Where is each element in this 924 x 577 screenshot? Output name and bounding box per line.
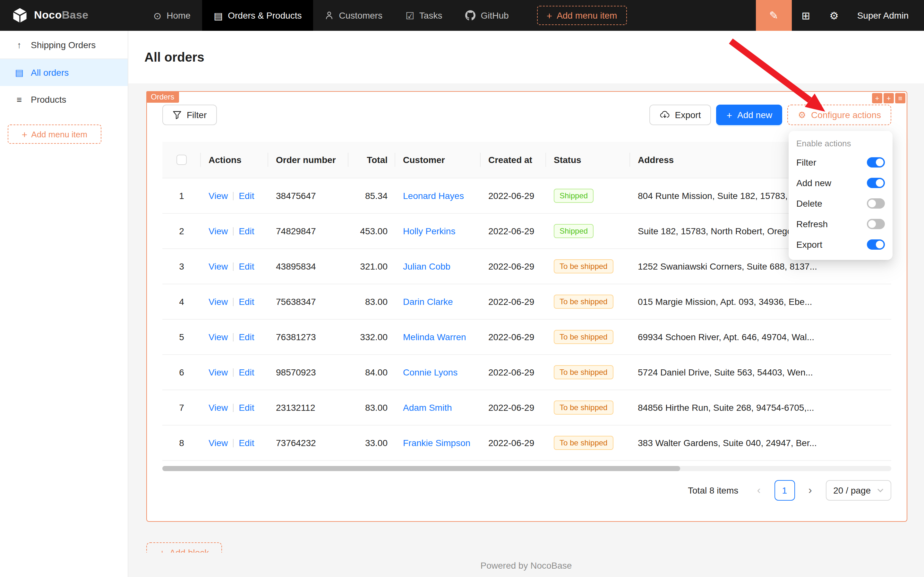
enable-action-filter[interactable]: Filter: [789, 152, 893, 172]
edit-link[interactable]: Edit: [239, 261, 254, 271]
status-badge: Shipped: [554, 224, 594, 238]
grid-icon: ⊞: [802, 9, 810, 21]
status-badge: To be shipped: [554, 435, 613, 450]
customer-link[interactable]: Julian Cobb: [403, 261, 451, 271]
divider: [233, 192, 233, 200]
ui-editor-button[interactable]: ✎: [756, 0, 792, 31]
sidebar-item-shipping-orders[interactable]: ↑ Shipping Orders: [0, 31, 128, 59]
customer-link[interactable]: Frankie Simpson: [403, 437, 470, 448]
menu-item-label: Export: [796, 239, 822, 250]
order-number-cell: 76381273: [268, 319, 348, 354]
next-page-button[interactable]: ›: [800, 480, 820, 500]
select-all-checkbox[interactable]: [177, 155, 187, 165]
top-menu: ⊙ Home ▤ Orders & Products Customers ☑ T…: [142, 0, 520, 31]
customer-link[interactable]: Connie Lyons: [403, 367, 457, 377]
filter-button[interactable]: Filter: [163, 105, 217, 125]
nav-item-customers[interactable]: Customers: [314, 0, 394, 31]
nav-item-home[interactable]: ⊙ Home: [142, 0, 202, 31]
column-header-actions: Actions: [201, 142, 268, 178]
nav-item-label: GitHub: [481, 10, 509, 21]
add-new-button-label: Add new: [737, 110, 772, 120]
view-link[interactable]: View: [209, 226, 228, 236]
customer-link[interactable]: Melinda Warren: [403, 332, 466, 342]
add-block-button[interactable]: + Add block: [146, 542, 222, 553]
dropdown-header: Enable actions: [789, 135, 893, 152]
nav-item-github[interactable]: GitHub: [454, 0, 520, 31]
customer-link[interactable]: Holly Perkins: [403, 226, 455, 236]
gear-icon: ⚙: [798, 110, 806, 120]
nav-item-tasks[interactable]: ☑ Tasks: [394, 0, 454, 31]
table-row: 6 ViewEdit 98570923 84.00 Connie Lyons 2…: [163, 354, 891, 390]
table-row: 2 ViewEdit 74829847 453.00 Holly Perkins…: [163, 213, 891, 248]
configure-actions-button[interactable]: ⚙ Configure actions: [788, 105, 891, 125]
add-block-clip: + Add block: [146, 542, 222, 553]
plus-icon: +: [22, 129, 27, 139]
arrow-up-icon: ↑: [14, 39, 24, 50]
status-badge: To be shipped: [554, 365, 613, 379]
column-header-status: Status: [546, 142, 630, 178]
plugin-manager-button[interactable]: ⊞: [792, 0, 820, 31]
export-button[interactable]: Export: [649, 105, 711, 125]
column-header-created-at: Created at: [481, 142, 546, 178]
tasks-icon: ☑: [406, 11, 414, 20]
address-cell: 69934 Schoen River, Apt. 646, 49704, Wal…: [630, 319, 891, 354]
edit-link[interactable]: Edit: [239, 296, 254, 306]
edit-link[interactable]: Edit: [239, 332, 254, 342]
previous-page-button[interactable]: ‹: [749, 480, 769, 500]
nav-right-tools: ✎ ⊞ ⚙ Super Admin: [756, 0, 924, 31]
nav-item-orders-products[interactable]: ▤ Orders & Products: [202, 0, 314, 31]
edit-link[interactable]: Edit: [239, 190, 254, 201]
created-at-cell: 2022-06-29: [481, 425, 546, 460]
add-new-button[interactable]: + Add new: [716, 105, 782, 125]
sidebar: ↑ Shipping Orders ▤ All orders ≡ Product…: [0, 31, 128, 577]
view-link[interactable]: View: [209, 261, 228, 271]
page-header: All orders: [128, 31, 924, 84]
filter-button-label: Filter: [187, 110, 207, 120]
enable-action-refresh[interactable]: Refresh: [789, 214, 893, 234]
toggle-switch[interactable]: [867, 157, 885, 168]
view-link[interactable]: View: [209, 332, 228, 342]
page-size-value: 20 / page: [833, 485, 871, 495]
customer-link[interactable]: Darin Clarke: [403, 296, 453, 306]
settings-button[interactable]: ⚙: [820, 0, 848, 31]
edit-link[interactable]: Edit: [239, 402, 254, 413]
add-menu-item-button-top[interactable]: + Add menu item: [537, 6, 627, 25]
view-link[interactable]: View: [209, 296, 228, 306]
block-plus-icon[interactable]: +: [884, 93, 894, 103]
scrollbar-thumb[interactable]: [163, 466, 680, 471]
toggle-switch[interactable]: [867, 239, 885, 250]
page-size-select[interactable]: 20 / page: [826, 480, 891, 500]
user-menu[interactable]: Super Admin: [848, 10, 924, 21]
customer-link[interactable]: Leonard Hayes: [403, 190, 464, 201]
block-add-icon[interactable]: +: [872, 93, 882, 103]
toggle-switch[interactable]: [867, 198, 885, 209]
horizontal-scrollbar[interactable]: [163, 466, 891, 471]
edit-link[interactable]: Edit: [239, 437, 254, 448]
view-link[interactable]: View: [209, 437, 228, 448]
column-header-total: Total: [348, 142, 395, 178]
customer-link[interactable]: Adam Smith: [403, 402, 452, 413]
sidebar-item-products[interactable]: ≡ Products: [0, 86, 128, 113]
view-link[interactable]: View: [209, 402, 228, 413]
edit-link[interactable]: Edit: [239, 367, 254, 377]
view-link[interactable]: View: [209, 367, 228, 377]
top-navbar: NocoBase ⊙ Home ▤ Orders & Products Cust…: [0, 0, 924, 31]
status-badge: To be shipped: [554, 400, 613, 414]
enable-action-add-new[interactable]: Add new: [789, 172, 893, 193]
sidebar-item-all-orders[interactable]: ▤ All orders: [0, 59, 128, 86]
nav-item-label: Tasks: [419, 10, 443, 21]
brand[interactable]: NocoBase: [0, 0, 132, 31]
brand-name-bold: Noco: [34, 9, 62, 21]
view-link[interactable]: View: [209, 190, 228, 201]
add-menu-item-button-side[interactable]: + Add menu item: [8, 124, 101, 144]
toggle-switch[interactable]: [867, 219, 885, 229]
enable-action-delete[interactable]: Delete: [789, 193, 893, 214]
edit-link[interactable]: Edit: [239, 226, 254, 236]
total-cell: 83.00: [348, 390, 395, 425]
page-title: All orders: [144, 50, 204, 64]
block-menu-icon[interactable]: ≡: [895, 93, 905, 103]
enable-action-export[interactable]: Export: [789, 234, 893, 255]
toggle-switch[interactable]: [867, 178, 885, 188]
divider: [233, 227, 233, 235]
page-number-button[interactable]: 1: [774, 480, 795, 500]
